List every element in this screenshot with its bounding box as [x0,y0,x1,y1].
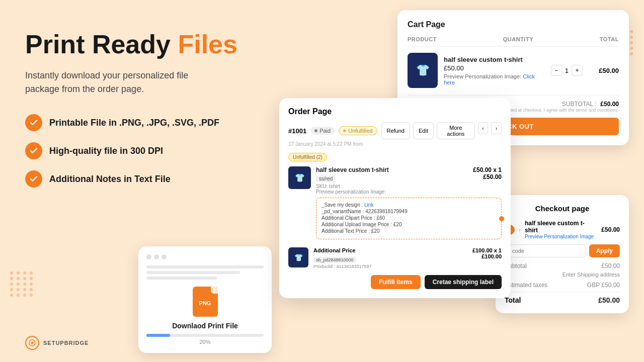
step-arrow: › [519,226,521,233]
checkout-item-preview-link[interactable]: Preview Personalization Image [525,234,597,239]
order-item-2-variant: sb_pd2848810000 [313,257,356,263]
cart-product-info: half sleeve custom t-shirt £50.00 Previe… [444,56,545,85]
cart-header-quantity: QUANTITY [503,36,533,42]
more-actions-button[interactable]: More actions [437,122,475,139]
download-card: PNG Downlaod Print File 20% [138,246,272,353]
feature-item-3: Additional Notes in Text File [25,170,277,188]
cart-header-product: PRODUCT [408,36,437,42]
feature-text-2: High-quality file in 300 DPI [49,146,163,156]
checkout-taxes-label: Estimated taxes [505,282,547,289]
order-item-1-total: £50.00 [473,173,502,180]
logo-text: SETUPBRIDGE [43,340,89,346]
order-footer-buttons: Fulfill Items Cretae shipping label [288,275,502,289]
feature-text-1: Printable File in .PNG, .JPG, .SVG, .PDF [49,118,219,128]
order-item-2-details: Additional Price sb_pd2848810000 Product… [313,247,502,269]
nav-prev-button[interactable]: ‹ [478,122,489,134]
discount-input[interactable] [505,244,586,257]
refund-button[interactable]: Refund [381,122,410,139]
order-date: 17 January 2024 at 5:22 PM from [288,141,502,147]
order-item-2-image: 👕 [288,247,308,267]
nav-next-button[interactable]: › [491,122,502,134]
tshirt-emoji: 👕 [416,64,430,77]
save-design-link[interactable]: Link [364,202,373,208]
check-icon-3 [25,170,42,188]
order-item-1-preview: Preview personalization Image: [316,189,502,195]
order-item-2-productid: Productid : 41134183317597 [313,264,372,269]
personalization-box: _Save my design : Link _pd_variantName :… [316,198,502,239]
order-item-2-price: £100.00 x 1 [472,247,502,253]
cart-product-row: 👕 half sleeve custom t-shirt £50.00 Prev… [408,53,619,88]
checkout-item-price: £50.00 [601,226,620,233]
qty-decrease-button[interactable]: − [551,65,562,76]
feature-item-2: High-quality file in 300 DPI [25,142,277,159]
checkout-item-name: half sleeve custom t-shirt [525,220,597,234]
title-orange: Files [178,30,237,59]
cart-quantity-control: − 1 + [551,65,583,76]
checkout-total-row: Total £50.00 [505,292,620,304]
edit-button[interactable]: Edit [413,122,434,139]
qty-value: 1 [565,67,569,74]
window-dot-red [146,254,151,259]
create-shipping-button[interactable]: Cretae shipping label [425,275,502,289]
line-1 [146,265,264,268]
order-item-1-sku: SKU: tshirt [316,184,502,189]
checkout-taxes-value: GBP £50.00 [587,282,620,289]
decorative-dots-bl [10,272,34,297]
feature-text-3: Additional Notes in Text File [49,174,171,185]
cart-preview-link: Preview Personalization Image: Click her… [444,73,545,85]
order-item-1-name: half sleeve custom t-shirt [316,166,389,173]
order-card-title: Order Page [288,107,502,116]
cart-header: PRODUCT QUANTITY TOTAL [408,36,619,47]
check-icon-2 [25,142,42,159]
progress-percent: 20% [146,339,264,345]
feature-item-1: Printable File in .PNG, .JPG, .SVG, .PDF [25,114,277,131]
file-icon: PNG [193,287,218,317]
logo-area: SETUPBRIDGE [25,336,89,350]
main-title: Print Ready Files [25,30,277,59]
badge-paid: Paid [310,127,335,135]
order-item-1: 👕 half sleeve custom t-shirt ss/red £50.… [288,166,502,242]
cart-product-price: £50.00 [444,64,545,72]
order-item-1-variant: ss/red [316,175,336,182]
fulfill-items-button[interactable]: Fulfill Items [371,275,421,289]
cart-card-title: Cart Page [408,20,619,29]
apply-button[interactable]: Apply [589,244,620,257]
upload-price-line: Additional Upload Image Price : £20 [321,222,496,227]
personalization-dot [499,216,504,221]
progress-bar [146,334,264,337]
window-dot-yellow [154,254,159,259]
badge-unfulfilled: Unfulfilled [339,126,377,135]
save-design-line: _Save my design : Link [321,202,496,208]
file-type-label: PNG [199,300,211,306]
line-2 [146,271,240,274]
left-section: Print Ready Files Instantly download you… [25,30,277,188]
order-item-2: 👕 Additional Price sb_pd2848810000 Produ… [288,247,502,269]
qty-increase-button[interactable]: + [572,65,583,76]
order-item-1-image: 👕 [288,166,311,189]
checkout-taxes-row: Estimated taxes GBP £50.00 [505,282,620,289]
cart-item-total: £50.00 [589,67,619,74]
download-title: Downlaod Print File [146,322,264,330]
checkout-card-title: Checkout page [505,204,620,213]
checkout-subtotal-row: Subtotal £50.00 [505,262,620,269]
checkout-total-price: £50.00 [598,296,620,304]
order-number: #1001 [288,127,306,135]
cart-product-image: 👕 [408,53,438,88]
unfulfilled-section-badge: Unfulfilled (2) [288,153,327,161]
line-3 [146,277,217,280]
order-card: Order Page #1001 Paid Unfulfilled Refund… [279,98,511,298]
logo-icon [25,336,39,350]
order-item-1-price: £50.00 x 1 [473,166,502,173]
cart-product-name: half sleeve custom t-shirt [444,56,545,63]
cart-header-total: TOTAL [600,36,619,42]
checkout-total-label: Total [505,296,521,304]
discount-row: Apply [505,244,620,257]
subtitle: Instantly download your personalized fil… [25,69,216,96]
paid-dot [314,129,317,132]
placeholder-lines [146,265,264,280]
subtotal-label: SUBTOTAL : [562,101,596,108]
checkout-subtotal-value: £50.00 [601,262,620,269]
logo-svg [28,339,36,347]
unfulfilled-dot [343,129,346,132]
window-dot-green [162,254,167,259]
